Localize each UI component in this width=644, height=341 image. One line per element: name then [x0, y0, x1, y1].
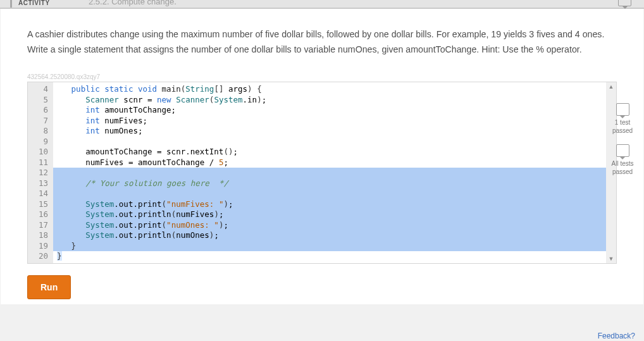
- code-line[interactable]: amountToChange = scnr.nextInt();: [53, 147, 616, 158]
- all-tests-passed-label: All testspassed: [607, 159, 638, 176]
- watermark-label: 432564.2520080.qx3zqy7: [27, 73, 617, 80]
- test-passed-label: 1 testpassed: [607, 118, 638, 135]
- code-line[interactable]: [53, 189, 616, 199]
- code-line[interactable]: public static void main(String[] args) {: [53, 84, 616, 95]
- activity-tab-label: ACTIVITY: [10, 0, 58, 8]
- code-area[interactable]: public static void main(String[] args) {…: [53, 82, 616, 263]
- content-panel: A cashier distributes change using the m…: [1, 9, 643, 304]
- feedback-link[interactable]: Feedback?: [598, 332, 635, 340]
- code-line[interactable]: [53, 168, 616, 178]
- code-line[interactable]: }: [53, 241, 616, 252]
- run-button[interactable]: Run: [27, 275, 71, 299]
- prompt-text: A cashier distributes change using the m…: [1, 9, 643, 73]
- code-line[interactable]: System.out.print("numOnes: ");: [53, 220, 616, 231]
- code-line[interactable]: Scanner scnr = new Scanner(System.in);: [53, 95, 616, 106]
- header-bar: ACTIVITY 2.5.2. Compute change.: [0, 0, 644, 9]
- code-line[interactable]: int numFives;: [53, 116, 616, 127]
- code-line[interactable]: }: [53, 251, 616, 262]
- scroll-down-icon[interactable]: ▼: [609, 256, 614, 262]
- code-line[interactable]: /* Your solution goes here */: [53, 178, 616, 189]
- all-tests-passed-icon: [616, 144, 629, 157]
- results-sidebar: 1 testpassed All testspassed: [607, 103, 638, 185]
- code-editor[interactable]: 4567891011121314151617181920 public stat…: [27, 82, 617, 264]
- code-line[interactable]: System.out.println(numFives);: [53, 209, 616, 220]
- code-line[interactable]: numFives = amountToChange / 5;: [53, 158, 616, 168]
- code-line[interactable]: System.out.print("numFives: ");: [53, 199, 616, 210]
- line-gutter: 4567891011121314151617181920: [28, 82, 53, 263]
- code-line[interactable]: [53, 137, 616, 147]
- activity-title: 2.5.2. Compute change.: [89, 0, 176, 6]
- test-passed-icon: [616, 103, 629, 116]
- code-line[interactable]: int numOnes;: [53, 126, 616, 137]
- points-badge-icon: [618, 0, 631, 6]
- code-line[interactable]: int amountToChange;: [53, 105, 616, 116]
- scroll-up-icon[interactable]: ▲: [609, 84, 614, 90]
- code-line[interactable]: System.out.println(numOnes);: [53, 230, 616, 241]
